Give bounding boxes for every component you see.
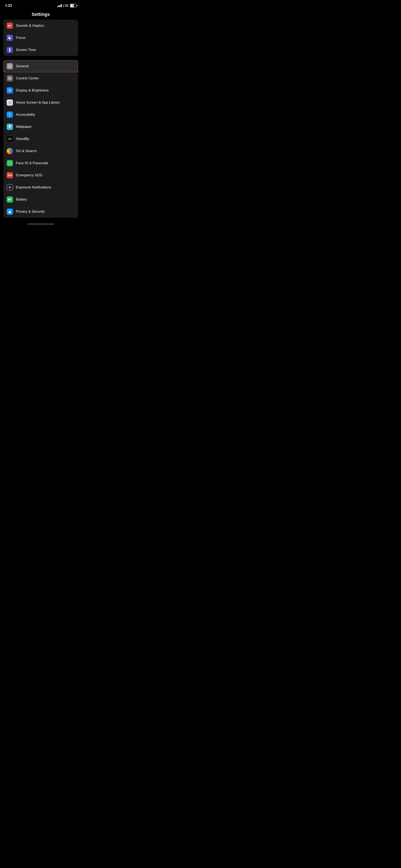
wallpaper-icon — [7, 124, 13, 130]
battery-label: Battery — [16, 197, 73, 202]
svg-rect-4 — [10, 77, 11, 78]
exposure-label: Exposure Notifications — [16, 185, 73, 189]
page-header: Settings — [0, 10, 82, 20]
siri-label: Siri & Search — [16, 149, 73, 153]
screentime-chevron: › — [74, 48, 75, 52]
signal-bars-icon — [57, 4, 62, 7]
svg-rect-12 — [10, 102, 10, 103]
privacy-chevron: › — [74, 210, 75, 213]
settings-section-1: Sounds & Haptics › Focus › Screen Time › — [3, 20, 78, 56]
privacy-label: Privacy & Security — [16, 210, 73, 214]
screentime-icon — [7, 47, 13, 53]
svg-rect-15 — [10, 103, 10, 104]
sos-icon: SOS — [7, 172, 13, 178]
focus-label: Focus — [16, 36, 73, 40]
display-chevron: › — [74, 89, 75, 92]
svg-rect-13 — [11, 102, 11, 103]
sos-chevron: › — [74, 174, 75, 177]
siri-chevron: › — [74, 149, 75, 153]
privacy-icon — [7, 209, 13, 215]
svg-rect-5 — [8, 79, 10, 80]
faceid-label: Face ID & Passcode — [16, 161, 73, 165]
battery-icon: 70 — [70, 4, 76, 7]
faceid-chevron: › — [74, 161, 75, 165]
battery-settings-icon — [7, 196, 13, 203]
settings-item-focus[interactable]: Focus › — [3, 32, 78, 44]
lte-label: LTE — [63, 4, 68, 7]
homescreen-label: Home Screen & App Library — [16, 100, 73, 105]
settings-item-siri[interactable]: Siri & Search › — [3, 145, 78, 157]
svg-rect-16 — [11, 103, 11, 104]
svg-rect-9 — [10, 101, 10, 102]
exposure-chevron: › — [74, 186, 75, 189]
home-indicator-bar — [27, 223, 54, 224]
settings-item-general[interactable]: General › — [3, 60, 78, 72]
display-icon — [7, 87, 13, 94]
svg-rect-26 — [8, 199, 10, 200]
settings-item-sounds[interactable]: Sounds & Haptics › — [3, 20, 78, 32]
general-icon — [7, 63, 13, 69]
general-label: General — [16, 64, 73, 68]
settings-item-controlcenter[interactable]: Control Center › — [3, 72, 78, 84]
accessibility-icon — [7, 112, 13, 118]
homescreen-icon — [7, 99, 13, 106]
settings-item-privacy[interactable]: Privacy & Security › — [3, 206, 78, 218]
siri-icon — [7, 148, 13, 154]
settings-item-sos[interactable]: SOS Emergency SOS › — [3, 169, 78, 181]
settings-item-wallpaper[interactable]: Wallpaper › — [3, 121, 78, 133]
status-time: 1:23 — [5, 4, 12, 8]
page-title: Settings — [0, 12, 82, 17]
controlcenter-chevron: › — [74, 77, 75, 80]
sos-label: Emergency SOS — [16, 173, 73, 177]
display-label: Display & Brightness — [16, 88, 73, 93]
settings-item-homescreen[interactable]: Home Screen & App Library › — [3, 96, 78, 108]
settings-item-display[interactable]: Display & Brightness › — [3, 84, 78, 96]
focus-icon — [7, 35, 13, 41]
general-chevron: › — [74, 65, 75, 68]
settings-item-exposure[interactable]: Exposure Notifications › — [3, 181, 78, 193]
controlcenter-label: Control Center — [16, 76, 73, 81]
svg-point-24 — [10, 187, 10, 188]
standby-icon — [7, 136, 13, 142]
settings-section-2: General › Control Center › Display & Bri… — [3, 60, 78, 218]
faceid-icon — [7, 160, 13, 166]
focus-chevron: › — [74, 36, 75, 39]
svg-rect-10 — [11, 101, 11, 102]
battery-percent: 70 — [70, 5, 76, 7]
svg-point-7 — [9, 90, 10, 91]
svg-rect-6 — [10, 79, 11, 80]
settings-item-battery[interactable]: Battery › — [3, 193, 78, 206]
battery-chevron: › — [74, 198, 75, 201]
wallpaper-chevron: › — [74, 125, 75, 128]
svg-rect-0 — [9, 49, 11, 49]
sounds-chevron: › — [74, 24, 75, 27]
svg-rect-11 — [8, 102, 9, 103]
settings-item-accessibility[interactable]: Accessibility › — [3, 108, 78, 121]
screentime-label: Screen Time — [16, 48, 73, 52]
accessibility-chevron: › — [74, 113, 75, 116]
svg-rect-2 — [9, 51, 11, 52]
standby-label: StandBy — [16, 137, 73, 141]
accessibility-label: Accessibility — [16, 113, 73, 117]
sounds-label: Sounds & Haptics — [16, 24, 73, 28]
controlcenter-icon — [7, 75, 13, 82]
home-indicator — [0, 222, 82, 225]
settings-item-standby[interactable]: StandBy › — [3, 133, 78, 145]
status-icons: LTE 70 — [57, 4, 76, 7]
sounds-icon — [7, 23, 13, 29]
svg-rect-3 — [8, 77, 10, 78]
exposure-icon — [7, 184, 13, 190]
svg-point-20 — [10, 139, 11, 140]
wallpaper-label: Wallpaper — [16, 125, 73, 129]
settings-item-screentime[interactable]: Screen Time › — [3, 44, 78, 56]
standby-chevron: › — [74, 137, 75, 141]
status-bar: 1:23 LTE 70 — [0, 0, 82, 10]
svg-rect-14 — [8, 103, 9, 104]
homescreen-chevron: › — [74, 101, 75, 104]
svg-rect-8 — [8, 101, 9, 102]
settings-item-faceid[interactable]: Face ID & Passcode › — [3, 157, 78, 169]
